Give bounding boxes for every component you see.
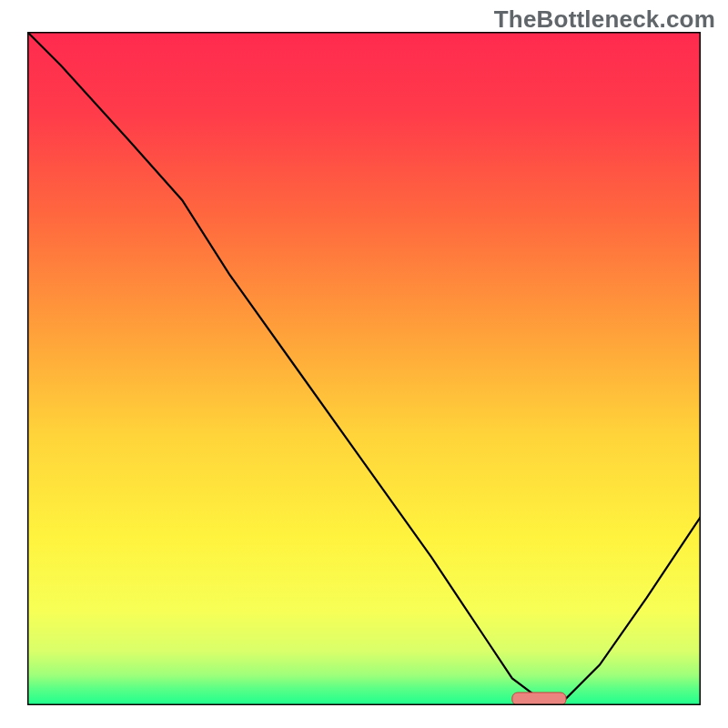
- gradient-background: [27, 32, 701, 705]
- chart-svg: [27, 32, 701, 705]
- plot-area: [27, 32, 701, 705]
- chart-container: TheBottleneck.com: [0, 0, 728, 728]
- watermark-text: TheBottleneck.com: [494, 5, 715, 34]
- optimal-marker: [512, 693, 566, 705]
